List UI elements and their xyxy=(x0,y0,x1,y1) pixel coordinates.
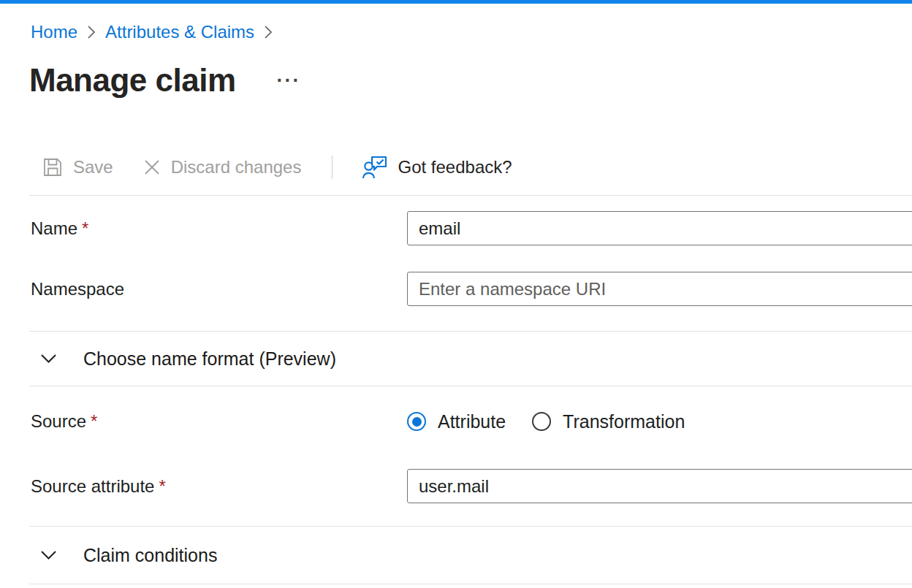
radio-attribute-label: Attribute xyxy=(438,411,506,432)
namespace-label-text: Namespace xyxy=(31,279,124,299)
chevron-down-icon xyxy=(40,354,57,364)
x-dismiss-icon xyxy=(142,158,162,177)
toolbar-divider xyxy=(332,156,332,179)
discard-changes-button[interactable]: Discard changes xyxy=(142,157,302,177)
section-claim-conditions[interactable]: Claim conditions xyxy=(29,527,912,584)
ellipsis-icon[interactable]: ··· xyxy=(277,71,301,91)
source-field-label: Source* xyxy=(29,411,407,432)
namespace-field-label: Namespace xyxy=(29,279,407,299)
chevron-right-icon xyxy=(264,24,273,40)
divider xyxy=(29,584,912,584)
source-attribute-label-text: Source attribute xyxy=(31,476,154,496)
page-title: Manage claim xyxy=(29,62,236,99)
source-field-row: Source* Attribute Transformation xyxy=(29,411,912,432)
namespace-input[interactable] xyxy=(407,272,912,306)
required-asterisk: * xyxy=(159,476,165,496)
source-attribute-field-row: Source attribute* xyxy=(29,469,912,503)
source-attribute-input[interactable] xyxy=(407,469,912,503)
radio-button-icon xyxy=(407,412,426,431)
name-label-text: Name xyxy=(31,218,77,238)
divider xyxy=(29,195,912,196)
breadcrumb-link-home[interactable]: Home xyxy=(31,22,77,42)
got-feedback-button[interactable]: Got feedback? xyxy=(362,156,512,180)
radio-attribute[interactable]: Attribute xyxy=(407,411,506,432)
save-icon xyxy=(42,156,64,178)
source-attribute-field-label: Source attribute* xyxy=(29,476,407,497)
discard-changes-label: Discard changes xyxy=(171,157,302,177)
breadcrumb: Home Attributes & Claims xyxy=(29,20,912,44)
name-field-control xyxy=(407,211,912,245)
section-choose-name-format-label: Choose name format (Preview) xyxy=(83,348,336,370)
feedback-icon xyxy=(362,156,388,180)
save-button[interactable]: Save xyxy=(42,156,113,178)
got-feedback-label: Got feedback? xyxy=(398,157,512,177)
required-asterisk: * xyxy=(91,411,97,431)
namespace-field-row: Namespace xyxy=(29,272,912,306)
title-row: Manage claim ··· xyxy=(29,61,912,99)
top-accent-bar xyxy=(0,0,912,4)
section-choose-name-format[interactable]: Choose name format (Preview) xyxy=(29,332,912,386)
save-button-label: Save xyxy=(73,157,113,177)
radio-button-icon xyxy=(532,412,551,431)
namespace-field-control xyxy=(407,272,912,306)
breadcrumb-link-attributes-claims[interactable]: Attributes & Claims xyxy=(105,22,254,42)
chevron-right-icon xyxy=(87,24,96,40)
blade-content: Home Attributes & Claims Manage claim ··… xyxy=(0,20,912,584)
source-label-text: Source xyxy=(31,411,86,431)
section-claim-conditions-label: Claim conditions xyxy=(83,545,217,566)
source-radio-group: Attribute Transformation xyxy=(407,411,912,432)
radio-transformation[interactable]: Transformation xyxy=(532,411,685,432)
required-asterisk: * xyxy=(82,218,88,238)
name-input[interactable] xyxy=(407,211,912,245)
chevron-down-icon xyxy=(40,550,57,560)
radio-transformation-label: Transformation xyxy=(563,411,685,432)
name-field-label: Name* xyxy=(29,218,407,239)
divider xyxy=(29,386,912,386)
command-bar: Save Discard changes Got feedback? xyxy=(29,150,912,184)
source-attribute-field-control xyxy=(407,469,912,503)
name-field-row: Name* xyxy=(29,211,912,245)
